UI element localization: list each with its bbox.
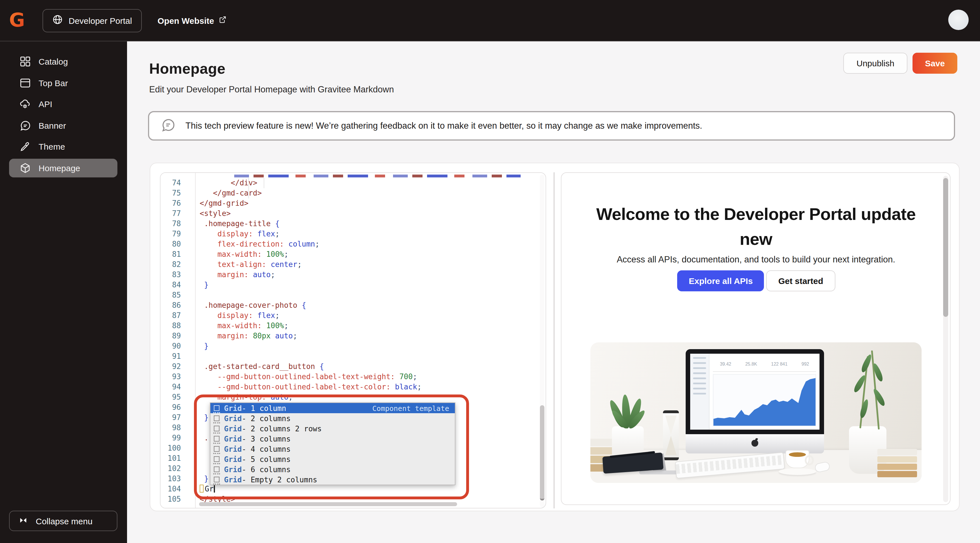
get-started-button[interactable]: Get started xyxy=(767,270,835,291)
line-number: 88 xyxy=(172,321,181,331)
autocomplete-keyword: Grid xyxy=(224,475,242,484)
header-actions: Unpublish Save xyxy=(843,53,957,74)
component-symbol-icon xyxy=(214,436,220,441)
plant-leaf xyxy=(859,399,870,419)
developer-portal-label: Developer Portal xyxy=(68,16,132,25)
analytics-dashboard-screen: 39.4225.8K122 841992 xyxy=(690,354,819,430)
line-number: 76 xyxy=(172,198,181,209)
autocomplete-label: - 6 columns xyxy=(242,465,291,473)
developer-portal-button[interactable]: Developer Portal xyxy=(43,9,142,32)
autocomplete-label: - 5 columns xyxy=(242,455,291,464)
markdown-code-editor[interactable]: 7475767778798081828384858687888990919293… xyxy=(160,172,546,508)
saucer xyxy=(779,468,816,475)
autocomplete-item[interactable]: Grid - 6 columns xyxy=(210,464,455,475)
grid-icon xyxy=(19,56,31,67)
code-line-76: </gmd-grid> xyxy=(200,198,544,209)
code-line-85 xyxy=(200,290,544,300)
line-number: 100 xyxy=(168,443,181,453)
line-number: 74 xyxy=(172,178,181,188)
component-symbol-icon xyxy=(214,446,220,452)
line-number: 98 xyxy=(172,423,181,433)
autocomplete-dropdown: Grid - 1 columnComponent templateGrid - … xyxy=(210,402,455,485)
feedback-bubble-icon xyxy=(161,117,176,135)
sidebar-item-api[interactable]: API xyxy=(9,95,118,113)
autocomplete-keyword: Grid xyxy=(224,414,242,422)
line-number: 80 xyxy=(172,239,181,249)
autocomplete-item[interactable]: Grid - 3 columns xyxy=(210,433,455,444)
code-line-77: <style> xyxy=(200,209,544,219)
external-link-icon xyxy=(219,15,227,25)
coffee-cup xyxy=(786,450,809,468)
code-line-84: } xyxy=(200,280,544,290)
code-line-79: display: flex; xyxy=(200,229,544,239)
sidebar-item-top-bar[interactable]: Top Bar xyxy=(9,73,118,92)
user-avatar[interactable] xyxy=(948,10,969,30)
autocomplete-item-selected[interactable]: Grid - 1 columnComponent template xyxy=(210,403,455,413)
sidebar: CatalogTop BarAPIBannerThemeHomepage Col… xyxy=(0,41,127,543)
imac-computer: 39.4225.8K122 841992 xyxy=(686,349,824,453)
sidebar-item-label: Top Bar xyxy=(38,78,68,87)
autocomplete-label: - Empty 2 columns xyxy=(242,475,317,484)
open-website-label: Open Website xyxy=(158,16,214,25)
autocomplete-item[interactable]: Grid - Empty 2 columns xyxy=(210,475,455,484)
editor-horizontal-scrollbar-thumb[interactable] xyxy=(199,502,457,506)
line-number: 96 xyxy=(172,402,181,413)
imac-stand-base xyxy=(639,470,680,475)
snippet-placeholder-box xyxy=(200,484,204,492)
code-line-78: .homepage-title { xyxy=(200,219,544,229)
save-button[interactable]: Save xyxy=(913,53,957,74)
globe-icon xyxy=(52,14,63,27)
sidebar-item-banner[interactable]: Banner xyxy=(9,116,118,135)
chat-icon xyxy=(19,119,31,131)
line-number: 81 xyxy=(172,249,181,260)
sidebar-item-catalog[interactable]: Catalog xyxy=(9,52,118,71)
component-symbol-icon xyxy=(214,456,220,462)
line-number: 94 xyxy=(172,382,181,392)
window-icon xyxy=(19,77,31,89)
code-line-80: flex-direction: column; xyxy=(200,239,544,249)
collapse-icon xyxy=(19,516,28,526)
line-number: 95 xyxy=(172,392,181,402)
line-number: 91 xyxy=(172,351,181,362)
line-number: 99 xyxy=(172,433,181,443)
line-number: 77 xyxy=(172,209,181,219)
code-line-75: </gmd-card> xyxy=(200,188,544,198)
hourglass xyxy=(663,410,679,460)
explore-all-apis-button[interactable]: Explore all APIs xyxy=(678,270,764,291)
autocomplete-label: - 2 columns 2 rows xyxy=(242,424,322,433)
line-number: 85 xyxy=(172,290,181,300)
component-symbol-icon xyxy=(214,477,220,483)
autocomplete-keyword: Grid xyxy=(224,404,242,412)
sidebar-item-label: Catalog xyxy=(38,57,68,66)
editor-vertical-scrollbar-thumb[interactable] xyxy=(540,405,544,500)
code-line-90: } xyxy=(200,341,544,351)
pane-divider[interactable] xyxy=(554,172,555,508)
autocomplete-item[interactable]: Grid - 2 columns 2 rows xyxy=(210,423,455,433)
autocomplete-label: - 1 column xyxy=(242,404,286,412)
blue-area-chart xyxy=(713,374,816,426)
autocomplete-item[interactable]: Grid - 2 columns xyxy=(210,413,455,423)
books-right xyxy=(877,448,917,477)
sidebar-item-homepage[interactable]: Homepage xyxy=(9,159,118,177)
autocomplete-item[interactable]: Grid - 4 columns xyxy=(210,444,455,454)
line-number: 79 xyxy=(172,229,181,239)
sidebar-item-theme[interactable]: Theme xyxy=(9,137,118,156)
autocomplete-keyword: Grid xyxy=(224,445,242,453)
autocomplete-item[interactable]: Grid - 5 columns xyxy=(210,454,455,464)
unpublish-button[interactable]: Unpublish xyxy=(843,53,907,74)
line-number: 103 xyxy=(168,474,181,484)
open-website-link[interactable]: Open Website xyxy=(158,15,227,25)
line-number: 105 xyxy=(168,494,181,505)
collapse-menu-button[interactable]: Collapse menu xyxy=(9,511,118,531)
tech-preview-notice: This tech preview feature is new! We’re … xyxy=(148,111,955,141)
sidebar-item-label: Homepage xyxy=(38,163,80,173)
code-line-82: text-align: center; xyxy=(200,260,544,270)
tech-preview-text: This tech preview feature is new! We’re … xyxy=(185,121,702,131)
line-number: 89 xyxy=(172,331,181,341)
line-number: 84 xyxy=(172,280,181,290)
top-bar: G Developer Portal Open Website xyxy=(0,0,980,41)
autocomplete-label: - 2 columns xyxy=(242,414,291,422)
preview-scrollbar-thumb[interactable] xyxy=(943,178,948,317)
homepage-cover-photo: 39.4225.8K122 841992 xyxy=(590,342,921,483)
page-subtitle: Edit your Developer Portal Homepage with… xyxy=(149,84,394,95)
